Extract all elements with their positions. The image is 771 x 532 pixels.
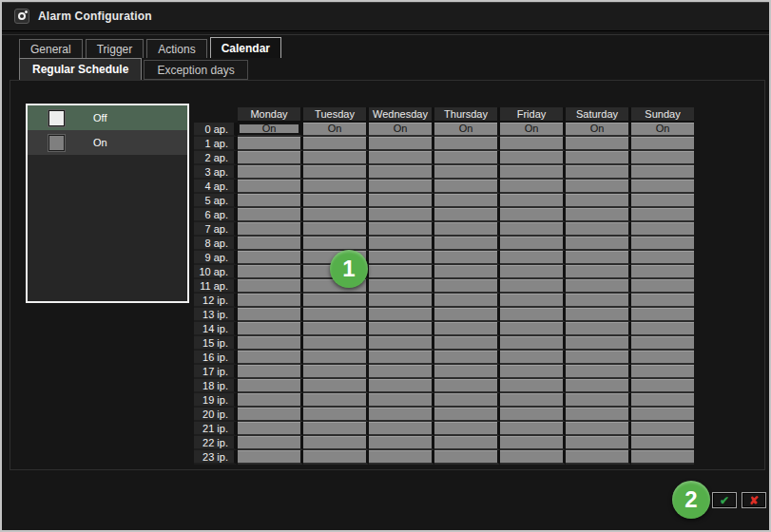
schedule-cell[interactable] [369, 165, 434, 180]
schedule-cell[interactable] [434, 194, 500, 208]
schedule-cell[interactable] [303, 365, 369, 379]
schedule-cell[interactable] [303, 137, 369, 151]
schedule-cell[interactable] [238, 237, 303, 251]
schedule-cell[interactable] [303, 165, 369, 180]
schedule-cell[interactable] [369, 251, 434, 265]
schedule-cell[interactable] [631, 436, 694, 450]
schedule-cell[interactable]: On [369, 123, 434, 137]
schedule-cell[interactable] [238, 194, 303, 208]
schedule-cell[interactable] [500, 165, 566, 180]
schedule-cell[interactable] [369, 379, 434, 393]
schedule-cell[interactable] [369, 222, 434, 237]
schedule-cell[interactable] [303, 322, 369, 336]
schedule-cell[interactable] [500, 322, 566, 336]
schedule-cell[interactable]: On [238, 123, 303, 137]
schedule-cell[interactable] [631, 379, 694, 393]
schedule-cell[interactable] [631, 222, 694, 237]
schedule-cell[interactable] [238, 251, 303, 265]
cancel-button[interactable]: ✘ [742, 492, 766, 508]
schedule-cell[interactable] [238, 422, 303, 436]
schedule-cell[interactable] [631, 450, 694, 465]
schedule-cell[interactable] [500, 251, 566, 265]
schedule-cell[interactable] [500, 408, 566, 422]
schedule-cell[interactable] [566, 208, 631, 222]
schedule-cell[interactable] [238, 165, 303, 180]
schedule-cell[interactable] [303, 308, 369, 322]
schedule-cell[interactable] [238, 351, 303, 365]
schedule-cell[interactable] [500, 365, 566, 379]
schedule-cell[interactable] [369, 351, 434, 365]
schedule-cell[interactable] [631, 408, 694, 422]
schedule-cell[interactable] [369, 408, 434, 422]
subtab-exception-days[interactable]: Exception days [144, 60, 247, 80]
schedule-cell[interactable] [500, 151, 566, 165]
confirm-button[interactable]: ✔ [712, 492, 737, 508]
schedule-cell[interactable] [566, 137, 631, 151]
schedule-cell[interactable] [566, 322, 631, 336]
schedule-cell[interactable] [238, 151, 303, 165]
schedule-cell[interactable] [500, 379, 566, 393]
schedule-cell[interactable] [631, 137, 694, 151]
schedule-cell[interactable] [566, 365, 631, 379]
schedule-cell[interactable] [631, 194, 694, 208]
schedule-cell[interactable] [369, 308, 434, 322]
schedule-cell[interactable] [500, 208, 566, 222]
schedule-cell[interactable] [500, 237, 566, 251]
schedule-cell[interactable] [369, 322, 434, 336]
schedule-cell[interactable] [500, 279, 566, 294]
schedule-cell[interactable] [434, 308, 500, 322]
schedule-cell[interactable] [434, 137, 500, 151]
schedule-cell[interactable] [434, 365, 500, 379]
schedule-cell[interactable] [369, 422, 434, 436]
schedule-cell[interactable] [500, 308, 566, 322]
schedule-cell[interactable] [369, 365, 434, 379]
schedule-cell[interactable] [566, 222, 631, 237]
schedule-cell[interactable] [631, 365, 694, 379]
schedule-cell[interactable] [303, 336, 369, 351]
schedule-cell[interactable] [566, 450, 631, 465]
tab-trigger[interactable]: Trigger [86, 39, 145, 58]
schedule-cell[interactable] [566, 279, 631, 294]
schedule-cell[interactable] [434, 151, 500, 165]
schedule-cell[interactable]: On [303, 123, 369, 137]
schedule-cell[interactable] [434, 436, 500, 450]
schedule-cell[interactable] [434, 279, 500, 294]
schedule-cell[interactable] [303, 237, 369, 251]
schedule-cell[interactable] [434, 379, 500, 393]
schedule-cell[interactable] [369, 208, 434, 222]
schedule-cell[interactable]: On [434, 123, 500, 137]
schedule-cell[interactable] [500, 265, 566, 279]
schedule-cell[interactable] [369, 194, 434, 208]
schedule-cell[interactable] [631, 165, 694, 180]
schedule-cell[interactable] [369, 393, 434, 408]
schedule-cell[interactable] [566, 180, 631, 194]
schedule-cell[interactable] [566, 336, 631, 351]
schedule-cell[interactable] [303, 408, 369, 422]
schedule-cell[interactable] [566, 436, 631, 450]
schedule-cell[interactable]: On [500, 123, 566, 137]
schedule-cell[interactable] [238, 436, 303, 450]
schedule-cell[interactable] [434, 251, 500, 265]
tab-calendar[interactable]: Calendar [210, 37, 281, 58]
schedule-cell[interactable]: On [631, 123, 694, 137]
schedule-cell[interactable] [631, 336, 694, 351]
schedule-cell[interactable] [500, 351, 566, 365]
schedule-cell[interactable] [434, 322, 500, 336]
schedule-cell[interactable] [369, 180, 434, 194]
schedule-cell[interactable] [238, 393, 303, 408]
schedule-cell[interactable] [631, 151, 694, 165]
schedule-cell[interactable] [566, 379, 631, 393]
schedule-cell[interactable] [238, 180, 303, 194]
schedule-cell[interactable] [500, 222, 566, 237]
schedule-cell[interactable] [566, 194, 631, 208]
schedule-cell[interactable] [434, 408, 500, 422]
schedule-cell[interactable] [434, 336, 500, 351]
schedule-cell[interactable] [303, 194, 369, 208]
schedule-cell[interactable] [500, 393, 566, 408]
schedule-cell[interactable] [238, 379, 303, 393]
schedule-cell[interactable] [434, 450, 500, 465]
schedule-cell[interactable] [500, 436, 566, 450]
schedule-cell[interactable] [238, 365, 303, 379]
schedule-cell[interactable] [631, 294, 694, 308]
tab-actions[interactable]: Actions [146, 39, 206, 58]
